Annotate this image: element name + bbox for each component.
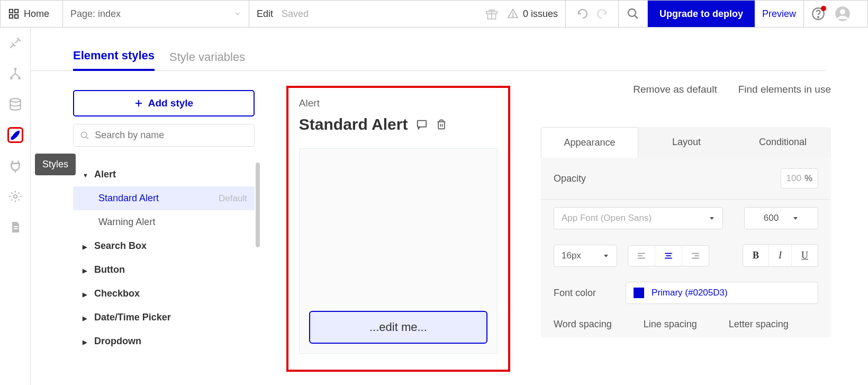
- notification-dot: [821, 6, 826, 11]
- preview-element[interactable]: ...edit me...: [309, 311, 487, 344]
- align-left[interactable]: [628, 246, 655, 266]
- scrollbar[interactable]: [256, 163, 260, 247]
- tree-label: Button: [94, 264, 125, 275]
- save-status: Saved: [282, 8, 309, 20]
- align-center[interactable]: [655, 246, 682, 266]
- settings-tab-icon[interactable]: [7, 189, 23, 204]
- upgrade-to-deploy-button[interactable]: Upgrade to deploy: [648, 1, 755, 27]
- help-button[interactable]: [811, 7, 825, 21]
- italic-button[interactable]: I: [769, 245, 792, 266]
- tree-category-alert[interactable]: Alert: [73, 163, 255, 186]
- search-icon: [627, 7, 639, 20]
- text-align-group: [628, 245, 709, 266]
- find-elements-link[interactable]: Find elements in use: [738, 84, 831, 95]
- gift-icon[interactable]: [485, 7, 499, 21]
- undo-icon[interactable]: [576, 7, 589, 20]
- tab-layout[interactable]: Layout: [638, 127, 735, 158]
- top-right-icons: [804, 1, 858, 27]
- line-spacing-label: Line spacing: [644, 319, 697, 330]
- font-weight-select[interactable]: 600: [744, 207, 818, 229]
- user-avatar-icon[interactable]: [835, 6, 851, 22]
- issues-button[interactable]: 0 issues: [507, 8, 558, 20]
- tree-label: Search Box: [94, 240, 147, 252]
- remove-default-link[interactable]: Remove as default: [633, 84, 717, 95]
- preview-button[interactable]: Preview: [755, 1, 804, 27]
- home-link[interactable]: Home: [1, 1, 63, 27]
- page-selector[interactable]: Page: index: [63, 1, 249, 27]
- plugins-tab-icon[interactable]: [7, 158, 23, 174]
- tree-label: Dropdown: [94, 336, 141, 347]
- svg-marker-32: [710, 217, 714, 220]
- svg-line-28: [86, 137, 88, 139]
- properties-panel: Remove as default Find elements in use A…: [520, 71, 868, 385]
- search-field[interactable]: [95, 130, 248, 141]
- svg-point-9: [628, 9, 636, 16]
- comment-icon[interactable]: [416, 119, 428, 130]
- font-size-select[interactable]: 16px: [554, 245, 617, 267]
- issues-count: 0 issues: [523, 8, 558, 20]
- plus-icon: [134, 99, 143, 108]
- opacity-input[interactable]: 100 %: [781, 168, 819, 189]
- svg-marker-34: [604, 255, 608, 257]
- tree-item-label: Standard Alert: [98, 193, 159, 204]
- tree-item-warning-alert[interactable]: Warning Alert: [73, 210, 255, 234]
- font-color-select[interactable]: Primary (#0205D3): [626, 282, 818, 304]
- tab-style-variables[interactable]: Style variables: [169, 50, 245, 70]
- preview-label: Preview: [762, 8, 796, 20]
- svg-point-27: [81, 132, 87, 138]
- tab-element-styles[interactable]: Element styles: [73, 49, 155, 71]
- styles-tab-icon[interactable]: [7, 127, 23, 143]
- page-label: Page: index: [70, 8, 121, 20]
- search-button[interactable]: [619, 1, 648, 27]
- tree-category-dropdown[interactable]: Dropdown: [73, 329, 255, 353]
- letter-spacing-label: Letter spacing: [729, 319, 789, 330]
- tree-category-datetime[interactable]: Date/Time Picker: [73, 306, 255, 329]
- edit-status-section: Edit Saved 0 issues: [249, 1, 566, 27]
- add-style-button[interactable]: Add style: [73, 90, 255, 117]
- canvas-panel: Alert Standard Alert ...edit me...: [255, 71, 520, 385]
- data-tab-icon[interactable]: [7, 96, 23, 112]
- home-label: Home: [24, 8, 49, 20]
- svg-point-8: [512, 16, 513, 17]
- tree-category-button[interactable]: Button: [73, 258, 255, 282]
- bold-button[interactable]: B: [743, 245, 769, 266]
- underline-button[interactable]: U: [792, 245, 818, 266]
- trash-icon[interactable]: [436, 119, 447, 130]
- logs-tab-icon[interactable]: [7, 219, 23, 235]
- svg-point-14: [840, 9, 845, 14]
- tree-category-checkbox[interactable]: Checkbox: [73, 282, 255, 306]
- svg-rect-24: [14, 228, 18, 229]
- tree-item-standard-alert[interactable]: Standard Alert Default: [73, 186, 255, 210]
- chevron-down-icon: [234, 10, 241, 17]
- chevron-down-icon: [603, 253, 609, 259]
- opacity-label: Opacity: [554, 173, 586, 184]
- align-right[interactable]: [682, 246, 709, 266]
- edit-label[interactable]: Edit: [257, 8, 273, 20]
- add-style-label: Add style: [148, 97, 194, 109]
- redo-icon[interactable]: [595, 7, 608, 20]
- tree-label: Alert: [94, 169, 116, 180]
- design-tab-icon[interactable]: [7, 35, 23, 51]
- search-styles-input[interactable]: [73, 124, 255, 147]
- svg-rect-3: [15, 15, 18, 18]
- svg-rect-1: [15, 10, 18, 13]
- svg-line-10: [635, 15, 638, 19]
- workflow-tab-icon[interactable]: [7, 66, 23, 82]
- canvas-highlight: Alert Standard Alert ...edit me...: [286, 86, 510, 372]
- styles-tabs: Element styles Style variables: [31, 28, 826, 71]
- default-tag: Default: [219, 193, 247, 204]
- main-layout: Styles Element styles Style variables Ad…: [0, 28, 868, 385]
- tree-category-searchbox[interactable]: Search Box: [73, 234, 255, 258]
- element-type-label: Alert: [299, 97, 498, 109]
- apps-grid-icon: [8, 8, 20, 20]
- tab-appearance[interactable]: Appearance: [541, 127, 638, 158]
- tab-conditional[interactable]: Conditional: [735, 127, 831, 158]
- tree-label: Checkbox: [94, 288, 140, 299]
- svg-rect-17: [18, 77, 20, 79]
- style-list-panel: Add style Alert Standard Alert Default W…: [31, 71, 255, 385]
- svg-line-19: [11, 74, 15, 77]
- opacity-value: 100: [786, 173, 801, 184]
- svg-point-22: [13, 195, 17, 199]
- style-name-title[interactable]: Standard Alert: [299, 115, 408, 133]
- font-family-select[interactable]: App Font (Open Sans): [554, 207, 723, 229]
